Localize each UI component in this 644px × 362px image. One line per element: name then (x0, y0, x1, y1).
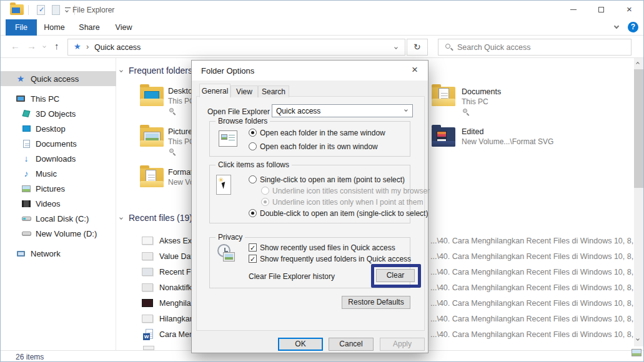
new-folder-icon[interactable] (52, 5, 60, 15)
close-button[interactable]: × (615, 1, 643, 19)
apply-button[interactable]: Apply (380, 338, 425, 351)
minimize-button[interactable] (559, 1, 587, 19)
sidebar-item-new-volume-d[interactable]: New Volume (D:) (1, 226, 116, 241)
cancel-button[interactable]: Cancel (329, 338, 374, 351)
radio-own-window[interactable] (249, 142, 257, 150)
browse-folders-group: Browse folders Open each folder in the s… (209, 121, 410, 157)
app-folder-icon (10, 4, 24, 15)
sidebar-item-3d-objects[interactable]: 3D Objects (1, 106, 116, 121)
help-icon[interactable]: ? (628, 22, 638, 32)
up-icon[interactable]: ↑ (54, 41, 59, 51)
checkbox-recent-files[interactable]: ✓ (249, 243, 257, 252)
document-icon (21, 139, 31, 149)
star-icon: ★ (16, 74, 26, 84)
word-document-icon: W (143, 329, 153, 340)
sidebar-item-network[interactable]: Network (1, 246, 116, 261)
sidebar-item-downloads[interactable]: ↓ Downloads (1, 151, 116, 166)
pin-icon (169, 149, 174, 153)
address-bar[interactable]: ★ › Quick access (67, 39, 405, 56)
dialog-close-icon[interactable]: × (408, 64, 422, 76)
image-thumbnail-icon (143, 346, 154, 350)
disk-icon (21, 228, 31, 238)
sidebar-item-local-disk-c[interactable]: Local Disk (C:) (1, 211, 116, 226)
customize-toolbar-icon[interactable] (65, 7, 71, 8)
chevron-down-icon (65, 9, 69, 12)
properties-icon[interactable]: ✓ (37, 5, 45, 15)
checkbox-frequent-folders[interactable]: ✓ (249, 255, 257, 263)
search-icon (445, 44, 450, 49)
collapse-group-icon[interactable] (119, 216, 123, 220)
collapse-group-icon[interactable] (119, 69, 123, 72)
back-icon[interactable]: ← (11, 41, 20, 51)
refresh-button[interactable]: ↻ (407, 39, 428, 56)
scrollbar-thumb[interactable] (634, 69, 643, 188)
maximize-button[interactable] (587, 1, 615, 19)
sidebar-item-quick-access[interactable]: ★ Quick access (1, 71, 116, 86)
sidebar-item-label: Videos (36, 199, 61, 208)
radio-same-window[interactable] (249, 129, 257, 137)
image-thumbnail-icon (142, 237, 153, 245)
sidebar-item-label: Music (36, 169, 57, 179)
sidebar-item-videos[interactable]: Videos (1, 196, 116, 211)
sidebar-item-label: Downloads (36, 154, 76, 164)
navigation-bar: ← → ↑ ★ › Quick access ↻ (1, 36, 643, 58)
tab-view[interactable]: View (109, 19, 138, 36)
scroll-up-icon[interactable] (636, 62, 640, 66)
ribbon-tab-bar: File Home Share View ? (1, 19, 643, 36)
sidebar-item-music[interactable]: ♪ Music (1, 166, 116, 181)
tab-view[interactable]: View (230, 86, 258, 97)
address-dropdown-icon[interactable] (394, 46, 398, 49)
desktop-icon (21, 124, 31, 134)
group-title: Click items as follows (215, 160, 292, 169)
recent-locations-icon[interactable] (42, 44, 46, 48)
radio-single-click[interactable] (249, 175, 257, 183)
pin-icon (169, 108, 174, 112)
open-to-dropdown[interactable]: Quick access (272, 104, 413, 117)
sidebar-item-label: Documents (36, 139, 77, 149)
clear-button-highlight-annotation (371, 264, 421, 288)
radio-underline-consistent[interactable] (261, 187, 269, 195)
thumbnail-view-icon[interactable] (632, 349, 642, 356)
open-to-label: Open File Explorer to: (207, 107, 280, 116)
tab-general[interactable]: General (199, 84, 230, 97)
video-icon (21, 198, 31, 208)
picture-icon (21, 183, 31, 193)
dialog-title-bar: Folder Options × (192, 61, 428, 81)
sidebar-item-this-pc[interactable]: This PC (1, 91, 116, 106)
maximize-icon (598, 7, 604, 12)
sidebar-item-label: Network (31, 249, 61, 258)
sidebar-item-pictures[interactable]: Pictures (1, 181, 116, 196)
sidebar-item-label: This PC (31, 94, 59, 104)
restore-defaults-button[interactable]: Restore Defaults (342, 296, 410, 309)
image-thumbnail-icon (142, 268, 153, 276)
dialog-title: Folder Options (201, 66, 254, 76)
sidebar-item-label: 3D Objects (36, 109, 76, 119)
sidebar-item-documents[interactable]: Documents (1, 136, 116, 151)
radio-underline-point[interactable] (261, 198, 269, 206)
check-icon: ✓ (39, 6, 44, 14)
browse-folders-icon (219, 130, 237, 147)
ok-button[interactable]: OK (278, 338, 323, 351)
search-input[interactable] (457, 41, 626, 53)
vertical-scrollbar[interactable] (634, 58, 643, 346)
radio-double-click[interactable] (249, 209, 257, 217)
privacy-photo-icon (224, 253, 234, 261)
tab-home[interactable]: Home (39, 19, 69, 36)
chevron-down-icon (404, 108, 408, 112)
disk-icon (21, 213, 31, 223)
tab-search[interactable]: Search (258, 86, 289, 97)
monitor-icon (16, 94, 26, 104)
group-title: Browse folders (215, 117, 270, 125)
ribbon-collapse-icon[interactable] (614, 24, 619, 29)
recent-files-header[interactable]: Recent files (19) (129, 213, 192, 223)
frequent-folders-header[interactable]: Frequent folders (129, 66, 192, 76)
tab-file[interactable]: File (6, 19, 37, 36)
quick-access-star-icon: ★ (74, 42, 81, 51)
breadcrumb-location[interactable]: Quick access (94, 43, 141, 52)
tab-share[interactable]: Share (74, 19, 104, 36)
forward-icon[interactable]: → (27, 41, 36, 51)
sidebar-item-desktop[interactable]: Desktop (1, 121, 116, 136)
scroll-down-icon[interactable] (636, 337, 640, 341)
search-box[interactable] (438, 39, 632, 56)
download-icon: ↓ (21, 154, 31, 164)
